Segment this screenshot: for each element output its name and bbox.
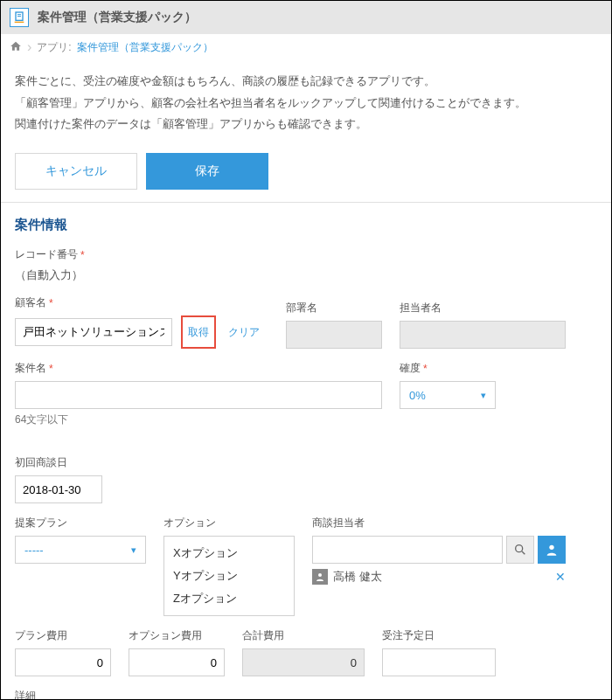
first-meeting-input[interactable] <box>15 475 102 503</box>
plan-select[interactable]: -----▾ <box>15 536 146 564</box>
deal-name-helper: 64文字以下 <box>15 412 382 427</box>
svg-point-3 <box>318 573 322 577</box>
app-header: 案件管理（営業支援パック） <box>1 1 611 34</box>
total-cost-value: 0 <box>242 648 365 676</box>
app-description: 案件ごとに、受注の確度や金額はもちろん、商談の履歴も記録できるアプリです。 「顧… <box>1 60 611 153</box>
breadcrumb: › アプリ: 案件管理（営業支援パック） <box>1 34 611 60</box>
option-cost-label: オプション費用 <box>129 628 225 643</box>
fetch-link[interactable]: 取得 <box>184 318 212 346</box>
first-meeting-label: 初回商談日 <box>15 455 102 470</box>
svg-point-2 <box>549 545 553 550</box>
order-date-label: 受注予定日 <box>382 628 496 643</box>
org-picker-button[interactable] <box>538 536 566 564</box>
app-icon <box>10 8 29 27</box>
svg-point-1 <box>516 545 523 552</box>
sales-rep-label: 商談担当者 <box>312 516 566 530</box>
options-label: オプション <box>163 516 295 530</box>
option-cost-input[interactable] <box>129 648 225 676</box>
remove-user-icon[interactable]: ✕ <box>555 570 566 584</box>
section-title: 案件情報 <box>15 217 597 233</box>
record-no-label: レコード番号* <box>15 247 597 262</box>
breadcrumb-app-link[interactable]: 案件管理（営業支援パック） <box>77 40 213 55</box>
plan-cost-label: プラン費用 <box>15 628 111 643</box>
option-item[interactable]: Zオプション <box>173 587 285 610</box>
desc-line: 「顧客管理」アプリから、顧客の会社名や担当者名をルックアップして関連付けることが… <box>15 93 597 114</box>
probability-select[interactable]: 0%▾ <box>400 381 496 409</box>
search-button[interactable] <box>506 536 534 564</box>
user-chip: 高橋 健太 ✕ <box>312 569 566 585</box>
detail-label: 詳細 <box>15 689 597 700</box>
fetch-highlight: 取得 <box>181 315 216 349</box>
chevron-down-icon: ▾ <box>131 544 136 556</box>
option-item[interactable]: Yオプション <box>173 565 285 587</box>
person-icon <box>545 543 559 557</box>
chevron-right-icon: › <box>27 39 31 55</box>
customer-label: 顧客名* <box>15 295 268 310</box>
divider <box>1 202 611 203</box>
deal-name-input[interactable] <box>15 381 382 409</box>
department-value <box>286 321 382 349</box>
user-name: 高橋 健太 <box>333 569 382 585</box>
search-icon <box>513 543 527 557</box>
department-label: 部署名 <box>286 301 382 315</box>
deal-name-label: 案件名* <box>15 361 382 376</box>
order-date-input[interactable] <box>382 648 496 676</box>
clear-link[interactable]: クリア <box>225 318 263 346</box>
option-item[interactable]: Xオプション <box>173 542 285 565</box>
home-icon[interactable] <box>10 40 22 55</box>
plan-label: 提案プラン <box>15 516 146 530</box>
record-no-auto: （自動入力） <box>15 267 597 283</box>
contact-value <box>400 321 566 349</box>
customer-input[interactable] <box>15 318 172 346</box>
cancel-button[interactable]: キャンセル <box>15 153 137 190</box>
desc-line: 案件ごとに、受注の確度や金額はもちろん、商談の履歴も記録できるアプリです。 <box>15 71 597 93</box>
total-cost-label: 合計費用 <box>242 628 365 643</box>
options-list[interactable]: Xオプション Yオプション Zオプション <box>163 536 295 616</box>
breadcrumb-prefix: アプリ: <box>37 40 71 55</box>
app-title: 案件管理（営業支援パック） <box>38 10 197 25</box>
chevron-down-icon: ▾ <box>481 390 486 401</box>
avatar-icon <box>312 569 328 585</box>
sales-rep-search-input[interactable] <box>312 536 503 564</box>
contact-label: 担当者名 <box>400 301 566 315</box>
desc-line: 関連付けた案件のデータは「顧客管理」アプリからも確認できます。 <box>15 114 597 135</box>
probability-label: 確度* <box>400 361 496 376</box>
save-button[interactable]: 保存 <box>146 153 268 190</box>
plan-cost-input[interactable] <box>15 648 111 676</box>
